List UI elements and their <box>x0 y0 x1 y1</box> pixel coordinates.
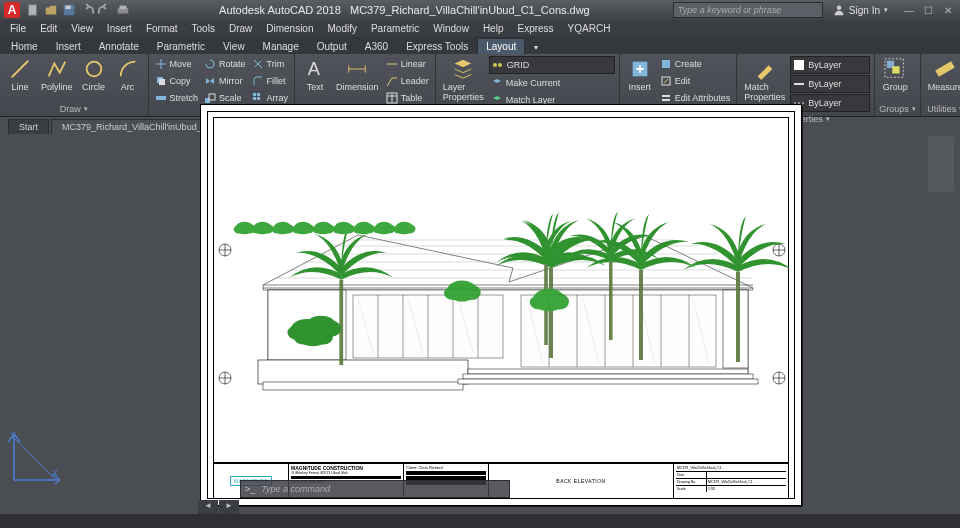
tab-layout[interactable]: Layout <box>477 38 525 54</box>
qat-open-icon[interactable] <box>44 3 58 17</box>
menu-express[interactable]: Express <box>511 22 559 35</box>
svg-text:X: X <box>52 468 58 478</box>
titleblock-client: Client: Chris Richard <box>406 465 486 470</box>
tab-annotate[interactable]: Annotate <box>90 38 148 54</box>
svg-rect-70 <box>458 379 758 384</box>
drawing-canvas[interactable]: MAGNITUDE MAGNITUDE CONSTRUCTION Jl. Mon… <box>0 134 960 514</box>
status-bar <box>0 514 960 528</box>
svg-rect-10 <box>156 96 166 100</box>
menu-modify[interactable]: Modify <box>322 22 363 35</box>
svg-text:Y: Y <box>10 430 16 440</box>
edit-block-button[interactable]: Edit <box>658 73 733 89</box>
navigation-bar[interactable] <box>928 136 954 192</box>
insert-button[interactable]: Insert <box>624 56 656 94</box>
window-title: Autodesk AutoCAD 2018 MC379_Richard_Vill… <box>136 4 673 16</box>
menu-view[interactable]: View <box>65 22 99 35</box>
create-block-button[interactable]: Create <box>658 56 733 72</box>
menu-draw[interactable]: Draw <box>223 22 258 35</box>
line-button[interactable]: Line <box>4 56 36 94</box>
svg-point-25 <box>493 63 497 67</box>
menu-parametric[interactable]: Parametric <box>365 22 425 35</box>
svg-rect-9 <box>159 79 165 85</box>
rotate-button[interactable]: Rotate <box>202 56 248 72</box>
panel-draw: Line Polyline Circle Arc Draw <box>0 54 149 116</box>
svg-rect-16 <box>257 97 260 100</box>
close-button[interactable]: ✕ <box>944 5 956 16</box>
signin-button[interactable]: Sign In ▾ <box>833 4 888 16</box>
qat-save-icon[interactable] <box>62 3 76 17</box>
svg-text:A: A <box>308 58 321 79</box>
svg-line-6 <box>12 61 29 78</box>
qat-undo-icon[interactable] <box>80 3 94 17</box>
arc-button[interactable]: Arc <box>112 56 144 94</box>
polyline-button[interactable]: Polyline <box>38 56 76 94</box>
menu-format[interactable]: Format <box>140 22 184 35</box>
panel-title-utilities[interactable]: Utilities <box>925 102 960 114</box>
trim-button[interactable]: Trim <box>250 56 291 72</box>
move-button[interactable]: Move <box>153 56 201 72</box>
fillet-button[interactable]: Fillet <box>250 73 291 89</box>
color-dropdown[interactable]: ByLayer <box>790 56 870 74</box>
menu-yqarch[interactable]: YQARCH <box>562 22 617 35</box>
svg-rect-68 <box>468 369 748 374</box>
tab-insert[interactable]: Insert <box>47 38 90 54</box>
svg-rect-30 <box>662 95 670 97</box>
tab-express[interactable]: Express Tools <box>397 38 477 54</box>
tab-home[interactable]: Home <box>2 38 47 54</box>
svg-rect-28 <box>662 60 670 68</box>
stretch-button[interactable]: Stretch <box>153 90 201 106</box>
svg-rect-13 <box>253 93 256 96</box>
svg-rect-69 <box>463 374 753 379</box>
linear-button[interactable]: Linear <box>384 56 431 72</box>
tab-parametric[interactable]: Parametric <box>148 38 214 54</box>
text-button[interactable]: AText <box>299 56 331 94</box>
menu-window[interactable]: Window <box>427 22 475 35</box>
doc-tab-start[interactable]: Start <box>8 119 49 134</box>
tab-view[interactable]: View <box>214 38 254 54</box>
qat-new-icon[interactable] <box>26 3 40 17</box>
layer-dropdown[interactable]: GRID <box>489 56 615 74</box>
qat-print-icon[interactable] <box>116 3 130 17</box>
panel-utilities: Measure Utilities <box>921 54 960 116</box>
dimension-button[interactable]: Dimension <box>333 56 382 94</box>
svg-point-5 <box>837 6 842 11</box>
group-button[interactable]: Group <box>879 56 911 94</box>
layout-tab-next[interactable]: ► <box>219 500 239 514</box>
circle-button[interactable]: Circle <box>78 56 110 94</box>
tab-expand-icon[interactable]: ▾ <box>525 40 547 54</box>
viewport-drawing <box>213 117 789 463</box>
help-search-input[interactable]: Type a keyword or phrase <box>673 2 823 18</box>
layout-tabs[interactable]: ◄ ► <box>198 500 239 514</box>
lineweight-dropdown[interactable]: ByLayer <box>790 75 870 93</box>
quick-access-toolbar <box>26 3 130 17</box>
ribbon-tabs: Home Insert Annotate Parametric View Man… <box>0 36 960 54</box>
menu-dimension[interactable]: Dimension <box>260 22 319 35</box>
tab-output[interactable]: Output <box>308 38 356 54</box>
make-current-button[interactable]: Make Current <box>489 75 615 91</box>
minimize-button[interactable]: — <box>904 5 916 16</box>
menu-tools[interactable]: Tools <box>186 22 221 35</box>
menu-insert[interactable]: Insert <box>101 22 138 35</box>
menu-file[interactable]: File <box>4 22 32 35</box>
panel-groups: Group Groups <box>875 54 921 116</box>
copy-button[interactable]: Copy <box>153 73 201 89</box>
match-properties-button[interactable]: Match Properties <box>741 56 788 104</box>
svg-rect-66 <box>258 360 468 384</box>
layout-tab-prev[interactable]: ◄ <box>198 500 218 514</box>
tab-manage[interactable]: Manage <box>254 38 308 54</box>
command-line[interactable]: Type a command <box>240 480 510 498</box>
qat-redo-icon[interactable] <box>98 3 112 17</box>
layer-properties-button[interactable]: Layer Properties <box>440 56 487 104</box>
menu-help[interactable]: Help <box>477 22 510 35</box>
measure-button[interactable]: Measure <box>925 56 960 94</box>
menu-edit[interactable]: Edit <box>34 22 63 35</box>
maximize-button[interactable]: ☐ <box>924 5 936 16</box>
mirror-button[interactable]: Mirror <box>202 73 248 89</box>
panel-title-groups[interactable]: Groups <box>879 102 916 114</box>
tab-a360[interactable]: A360 <box>356 38 397 54</box>
titleblock-drawing-title: BACK ELEVATION <box>556 478 605 484</box>
leader-button[interactable]: Leader <box>384 73 431 89</box>
svg-rect-4 <box>120 6 127 10</box>
panel-title-draw[interactable]: Draw <box>4 102 144 114</box>
svg-rect-15 <box>253 97 256 100</box>
